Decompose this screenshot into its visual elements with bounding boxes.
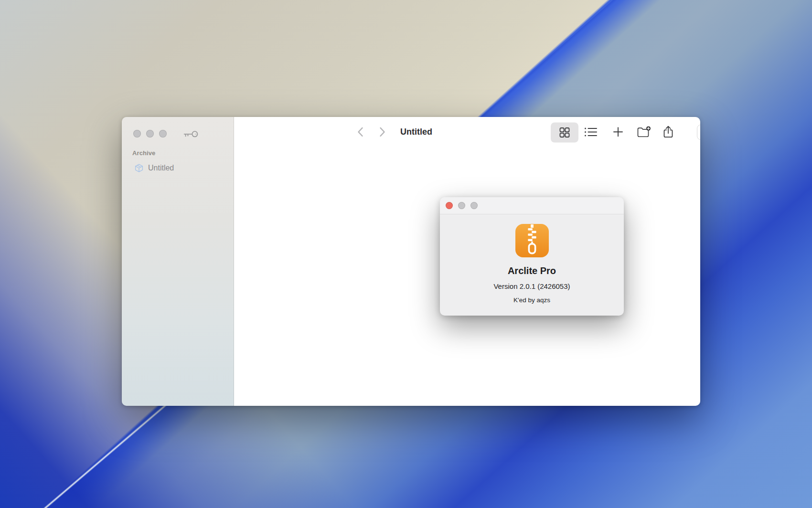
grid-view-button[interactable] [551, 123, 578, 143]
forward-button[interactable] [379, 127, 385, 137]
chevron-left-icon [357, 127, 363, 137]
archive-app-window: Archive Untitled Untitled [122, 117, 700, 406]
about-dialog: Arclite Pro Version 2.0.1 (2426053) K'ed… [440, 197, 624, 316]
share-icon [662, 126, 674, 139]
app-name: Arclite Pro [508, 265, 556, 276]
main-pane: Untitled [234, 117, 700, 406]
sidebar-item-untitled[interactable]: Untitled [128, 161, 228, 175]
sidebar-section-label: Archive [132, 149, 155, 157]
share-button[interactable] [662, 126, 674, 139]
zoom-button[interactable] [159, 130, 167, 138]
key-icon[interactable] [183, 129, 199, 142]
zip-archive-icon [515, 223, 549, 258]
close-button[interactable] [133, 130, 141, 138]
app-version: Version 2.0.1 (2426053) [493, 282, 570, 290]
chevron-right-icon [379, 127, 385, 137]
new-folder-icon [637, 126, 651, 138]
minimize-button[interactable] [146, 130, 154, 138]
sidebar: Archive Untitled [122, 117, 234, 406]
window-title: Untitled [400, 127, 432, 137]
add-button[interactable] [613, 127, 623, 137]
dialog-zoom-button[interactable] [470, 202, 478, 209]
dialog-minimize-button[interactable] [458, 202, 465, 209]
dialog-close-button[interactable] [446, 202, 453, 209]
search-field[interactable] [697, 125, 700, 140]
list-view-button[interactable] [584, 126, 598, 138]
sidebar-item-label: Untitled [148, 164, 174, 172]
grid-view-icon [559, 127, 570, 138]
dialog-titlebar [440, 197, 624, 214]
toolbar: Untitled [234, 117, 700, 146]
list-view-icon [584, 126, 598, 138]
plus-icon [613, 127, 623, 137]
back-button[interactable] [357, 127, 363, 137]
window-traffic-lights [133, 130, 167, 138]
app-credit: K'ed by aqzs [513, 296, 550, 304]
dialog-body: Arclite Pro Version 2.0.1 (2426053) K'ed… [440, 214, 624, 304]
new-folder-button[interactable] [637, 126, 651, 138]
cube-icon [134, 163, 144, 173]
